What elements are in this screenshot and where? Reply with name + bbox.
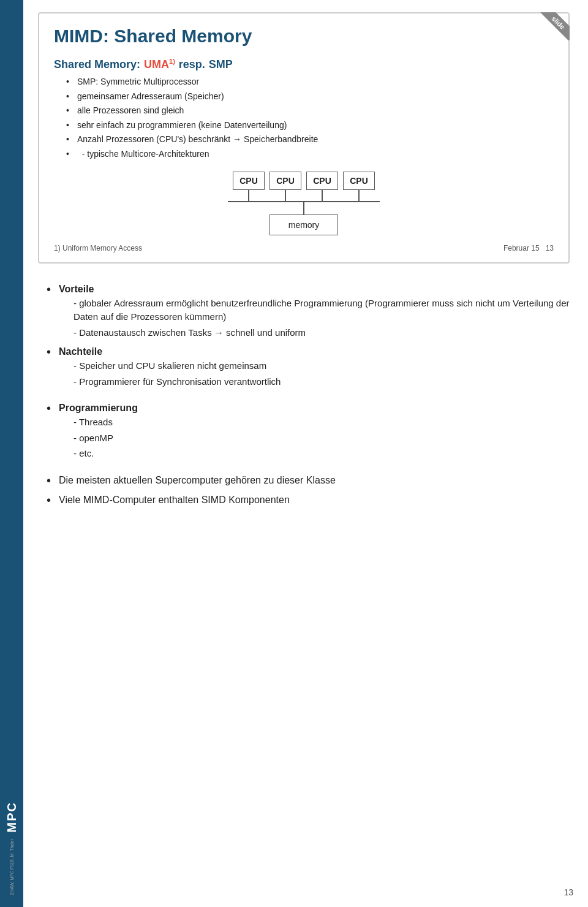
vorteile-item: Vorteile globaler Adressraum ermöglicht … (44, 282, 570, 340)
prog-sub-1: Threads (74, 416, 570, 430)
cpu-row: CPU CPU CPU CPU (233, 172, 375, 190)
cpu-vline-2 (270, 190, 301, 201)
programmierung-item: Programmierung Threads openMP etc. (44, 401, 570, 461)
list-item: sehr einfach zu programmieren (keine Dat… (66, 120, 554, 132)
list-item: - typische Multicore-Architekturen (66, 148, 554, 161)
footnote-text: 1) Uniform Memory Access (54, 244, 142, 252)
slide-bullet-list: SMP: Symmetric Multiprocessor gemeinsame… (54, 76, 554, 161)
programmierung-list: Programmierung Threads openMP etc. (44, 401, 570, 461)
h-connector (228, 201, 380, 202)
slide-box: slide MIMD: Shared Memory Shared Memory:… (38, 12, 570, 264)
slide-title: MIMD: Shared Memory (54, 26, 554, 47)
v-connector (303, 202, 304, 214)
slide-badge-text: slide (540, 12, 570, 40)
cpu-box-2: CPU (270, 172, 301, 190)
nachteile-sub-2: Programmierer für Synchronisation verant… (74, 375, 570, 389)
sidebar-mpc-label: MPC (5, 802, 19, 832)
cpu-vline-1 (233, 190, 265, 201)
extra-item-2: Viele MIMD-Computer enthalten SIMD Kompo… (44, 493, 570, 507)
prog-sub-3: etc. (74, 447, 570, 461)
list-item: gemeinsamer Adresseraum (Speicher) (66, 91, 554, 103)
cpu-box-4: CPU (343, 172, 375, 190)
prog-sub-2: openMP (74, 431, 570, 446)
vorteile-label: Vorteile (59, 284, 94, 294)
cpu-vline-3 (306, 190, 338, 201)
sidebar-zhaw-label: ZHAW, MPC FS15, M. Thaler (10, 839, 14, 895)
smp-label: SMP (209, 58, 233, 71)
list-item: Anzahl Prozessoren (CPU's) beschränkt → … (66, 134, 554, 146)
cpu-diagram: CPU CPU CPU CPU memory (54, 172, 554, 235)
slide-badge: slide (535, 12, 570, 47)
sidebar: MPC ZHAW, MPC FS15, M. Thaler (0, 0, 23, 907)
content-section: Vorteile globaler Adressraum ermöglicht … (38, 282, 570, 507)
page-number: 13 (564, 887, 573, 897)
cpu-box-1: CPU (233, 172, 265, 190)
list-item: SMP: Symmetric Multiprocessor (66, 76, 554, 88)
resp-label: resp. (179, 58, 205, 71)
list-item: alle Prozessoren sind gleich (66, 105, 554, 117)
vorteile-sub-2: Datenaustausch zwischen Tasks → schnell … (74, 326, 570, 340)
footnote-row: 1) Uniform Memory Access Februar 15 13 (54, 244, 554, 252)
cpu-vlines (228, 190, 380, 201)
extra-item-1: Die meisten aktuellen Supercomputer gehö… (44, 473, 570, 488)
slide-date-number: Februar 15 13 (503, 244, 554, 252)
main-bullet-list: Vorteile globaler Adressraum ermöglicht … (44, 282, 570, 389)
programmierung-label: Programmierung (59, 403, 138, 413)
nachteile-item: Nachteile Speicher und CPU skalieren nic… (44, 344, 570, 389)
extra-bullet-list: Die meisten aktuellen Supercomputer gehö… (44, 473, 570, 507)
vorteile-sub-1: globaler Adressraum ermöglicht benutzerf… (74, 297, 570, 324)
cpu-vline-4 (343, 190, 375, 201)
nachteile-label: Nachteile (59, 346, 102, 357)
section-heading: Shared Memory: UMA1) resp. SMP (54, 58, 554, 71)
shared-memory-label: Shared Memory: (54, 58, 140, 71)
nachteile-sub-1: Speicher und CPU skalieren nicht gemeins… (74, 359, 570, 373)
cpu-box-3: CPU (306, 172, 338, 190)
uma-label: UMA1) (144, 58, 175, 71)
main-content: slide MIMD: Shared Memory Shared Memory:… (26, 0, 588, 532)
memory-box: memory (270, 214, 339, 235)
